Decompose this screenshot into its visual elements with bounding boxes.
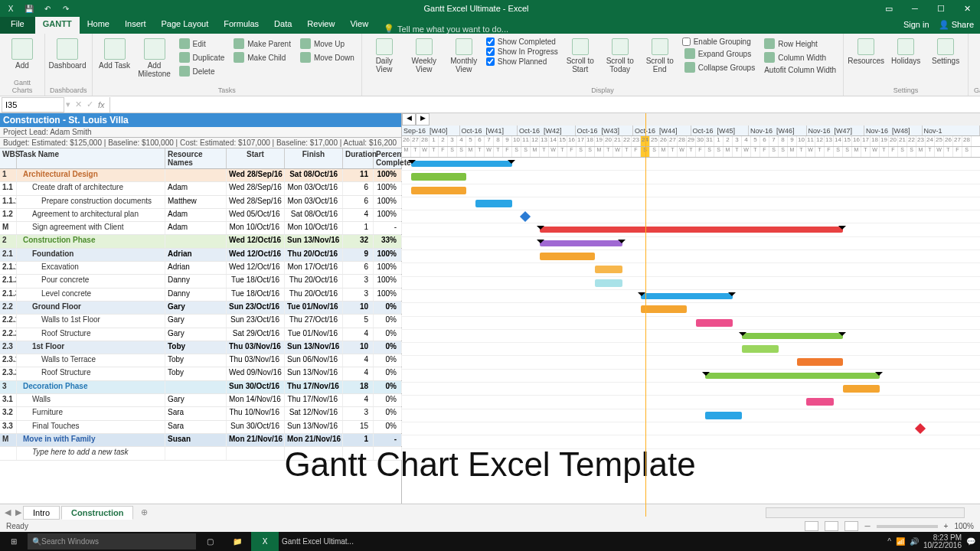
taskbar-app-label[interactable]: Gantt Excel Ultimat... xyxy=(279,537,354,546)
table-row[interactable]: Type here to add a new task xyxy=(0,447,401,460)
excel-taskbar-icon[interactable]: X xyxy=(251,532,279,551)
make-parent-button[interactable]: Make Parent xyxy=(231,37,293,50)
table-row[interactable]: 2.2Ground FloorGarySun 23/Oct/16Tue 01/N… xyxy=(0,302,401,315)
tab-file[interactable]: File xyxy=(0,17,35,34)
minimize-icon[interactable]: ─ xyxy=(902,0,928,17)
row-height-button[interactable]: Row Height xyxy=(762,37,838,50)
table-row[interactable]: 2.3.1Walls to TerraceTobyThu 03/Nov/16Su… xyxy=(0,354,401,367)
timeline-next-button[interactable]: ▶ xyxy=(416,113,430,126)
sheet-nav-prev-icon[interactable]: ◀ xyxy=(5,507,11,517)
add-milestone-button[interactable]: Add Milestone xyxy=(137,35,172,78)
normal-view-icon[interactable] xyxy=(805,521,818,531)
notifications-icon[interactable]: 💬 xyxy=(966,537,975,546)
sign-in-link[interactable]: Sign in xyxy=(903,20,929,30)
timeline-prev-button[interactable]: ◀ xyxy=(402,113,416,126)
tab-page-layout[interactable]: Page Layout xyxy=(153,17,216,34)
table-row[interactable]: 3Decoration PhaseSun 30/Oct/16Thu 17/Nov… xyxy=(0,381,401,394)
autofit-column-button[interactable]: Autofit Column Width xyxy=(762,65,838,75)
table-row[interactable]: 3.2FurnitureSaraThu 10/Nov/16Sat 12/Nov/… xyxy=(0,407,401,420)
scroll-today-button[interactable]: Scroll to Today xyxy=(603,35,638,73)
column-width-button[interactable]: Column Width xyxy=(762,51,838,64)
name-box[interactable]: I35 xyxy=(2,97,64,112)
dashboard-button[interactable]: Dashboard xyxy=(50,35,85,70)
table-row[interactable]: 2.1.1ExcavationAdrianWed 12/Oct/16Mon 17… xyxy=(0,262,401,275)
start-button[interactable]: ⊞ xyxy=(0,537,28,546)
gantt-bar[interactable] xyxy=(595,279,622,287)
horizontal-scrollbar[interactable] xyxy=(766,507,965,518)
tab-review[interactable]: Review xyxy=(299,17,342,34)
ribbon-options-icon[interactable]: ▭ xyxy=(876,0,902,17)
sheet-nav-next-icon[interactable]: ▶ xyxy=(15,507,21,517)
gantt-bar[interactable] xyxy=(705,412,742,419)
table-row[interactable]: 2Construction PhaseWed 12/Oct/16Sun 13/N… xyxy=(0,235,401,248)
holidays-button[interactable]: Holidays xyxy=(888,35,923,65)
tab-formulas[interactable]: Formulas xyxy=(216,17,266,34)
tab-home[interactable]: Home xyxy=(80,17,117,34)
table-row[interactable]: MMove in with FamilySusanMon 21/Nov/16Mo… xyxy=(0,434,401,447)
gantt-bar[interactable] xyxy=(540,227,843,233)
about-button[interactable]: About xyxy=(973,35,980,65)
scroll-end-button[interactable]: Scroll to End xyxy=(642,35,678,73)
excel-icon[interactable]: X xyxy=(2,0,20,17)
redo-icon[interactable]: ↷ xyxy=(57,0,75,17)
move-up-button[interactable]: Move Up xyxy=(298,37,357,50)
page-break-view-icon[interactable] xyxy=(844,521,858,531)
tab-insert[interactable]: Insert xyxy=(117,17,154,34)
move-down-button[interactable]: Move Down xyxy=(298,51,357,64)
task-view-icon[interactable]: ▢ xyxy=(196,532,224,551)
gantt-bar[interactable] xyxy=(806,398,834,406)
gantt-bar[interactable] xyxy=(705,373,880,379)
table-row[interactable]: 2.31st FloorTobyThu 03/Nov/16Sun 13/Nov/… xyxy=(0,341,401,354)
gantt-bar[interactable] xyxy=(742,333,843,339)
gantt-bar[interactable] xyxy=(696,319,733,327)
sheet-intro[interactable]: Intro xyxy=(23,506,60,520)
table-row[interactable]: 2.2.1Walls to 1st FloorGarySun 23/Oct/16… xyxy=(0,315,401,328)
table-row[interactable]: 3.3Final TouchesSaraSun 30/Oct/16Sun 13/… xyxy=(0,421,401,434)
windows-search[interactable]: 🔍 Search Windows xyxy=(28,533,196,549)
gantt-bar[interactable] xyxy=(742,345,779,353)
gantt-bar[interactable] xyxy=(411,187,466,194)
make-child-button[interactable]: Make Child xyxy=(231,51,293,64)
scroll-start-button[interactable]: Scroll to Start xyxy=(563,35,598,73)
table-row[interactable]: 1.2Agreement to architectural planAdamWe… xyxy=(0,209,401,222)
table-row[interactable]: 2.3.2Roof StructureTobyWed 09/Nov/16Sun … xyxy=(0,367,401,380)
tell-me[interactable]: 💡 Tell me what you want to do... xyxy=(384,24,508,34)
share-button[interactable]: 👤 Share xyxy=(939,20,974,30)
weekly-view-button[interactable]: Weekly View xyxy=(407,35,442,73)
undo-icon[interactable]: ↶ xyxy=(38,0,57,17)
gantt-bar[interactable] xyxy=(540,253,595,260)
show-planned-check[interactable]: Show Planned xyxy=(486,57,558,66)
maximize-icon[interactable]: ☐ xyxy=(928,0,954,17)
gantt-bar[interactable] xyxy=(641,293,733,299)
add-task-button[interactable]: Add Task xyxy=(97,35,132,70)
table-row[interactable]: 2.2.2Roof StructureGarySat 29/Oct/16Tue … xyxy=(0,328,401,341)
gantt-bar[interactable] xyxy=(475,200,512,207)
settings-button[interactable]: Settings xyxy=(928,35,963,65)
duplicate-button[interactable]: Duplicate xyxy=(177,51,227,64)
sheet-construction[interactable]: Construction xyxy=(61,506,133,520)
gantt-bar[interactable] xyxy=(843,385,880,393)
milestone-marker[interactable] xyxy=(520,211,531,222)
delete-button[interactable]: Delete xyxy=(177,65,227,77)
file-explorer-icon[interactable]: 📁 xyxy=(224,532,251,551)
show-in-progress-check[interactable]: Show In Progress xyxy=(486,47,558,56)
resources-button[interactable]: Resources xyxy=(848,35,884,65)
add-sheet-button[interactable]: ⊕ xyxy=(135,506,154,519)
table-row[interactable]: 2.1.2Pour concreteDannyTue 18/Oct/16Thu … xyxy=(0,275,401,288)
tray-network-icon[interactable]: 📶 xyxy=(896,537,905,546)
table-row[interactable]: 1Architectural DesignWed 28/Sep/16Sat 08… xyxy=(0,169,401,182)
table-row[interactable]: 2.1.3Level concreteDannyTue 18/Oct/16Thu… xyxy=(0,289,401,302)
daily-view-button[interactable]: Daily View xyxy=(367,35,402,73)
gantt-bar[interactable] xyxy=(540,240,622,246)
gantt-bar[interactable] xyxy=(595,266,622,273)
taskbar-clock[interactable]: 8:23 PM10/22/2016 xyxy=(923,534,962,549)
gantt-bar[interactable] xyxy=(411,173,466,181)
tray-chevron-icon[interactable]: ^ xyxy=(887,537,891,546)
table-row[interactable]: MSign agreement with ClientAdamMon 10/Oc… xyxy=(0,222,401,235)
tab-data[interactable]: Data xyxy=(266,17,299,34)
edit-button[interactable]: Edit xyxy=(177,37,227,50)
page-layout-view-icon[interactable] xyxy=(825,521,838,531)
table-row[interactable]: 1.1.1Prepare construction documentsMatth… xyxy=(0,196,401,209)
add-chart-button[interactable]: Add xyxy=(5,35,40,70)
monthly-view-button[interactable]: Monthly View xyxy=(446,35,482,73)
